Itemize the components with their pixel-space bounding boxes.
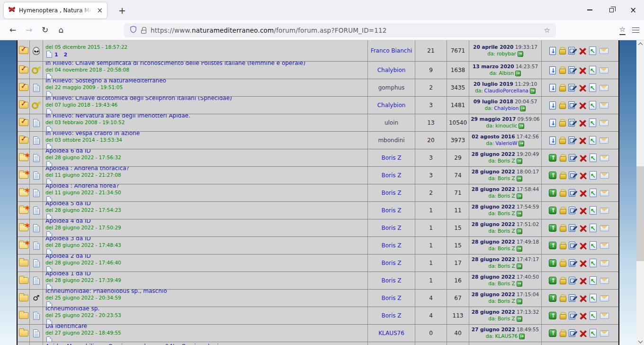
edit-topic-icon[interactable] bbox=[569, 172, 575, 179]
stick-topic-icon[interactable] bbox=[549, 154, 556, 162]
stick-topic-icon[interactable] bbox=[549, 172, 556, 179]
stick-topic-icon[interactable] bbox=[549, 189, 556, 197]
close-button[interactable]: × bbox=[622, 0, 644, 20]
edit-topic-icon[interactable] bbox=[568, 47, 575, 54]
last-post-author-link[interactable]: Boris Z bbox=[498, 281, 515, 287]
stick-topic-icon[interactable] bbox=[549, 329, 556, 337]
unstick-topic-icon[interactable] bbox=[549, 119, 556, 127]
edit-topic-icon[interactable] bbox=[569, 294, 575, 302]
relocate-topic-icon[interactable] bbox=[589, 118, 596, 127]
forward-button[interactable]: → bbox=[21, 22, 37, 38]
lock-topic-icon[interactable] bbox=[560, 329, 565, 337]
reload-button[interactable]: ↻ bbox=[37, 22, 53, 38]
delete-topic-icon[interactable]: × bbox=[579, 190, 586, 196]
goto-last-post-icon[interactable] bbox=[517, 176, 522, 182]
email-topic-icon[interactable] bbox=[600, 155, 609, 161]
lock-topic-icon[interactable] bbox=[559, 119, 565, 127]
goto-last-post-icon[interactable] bbox=[530, 88, 536, 94]
relocate-topic-icon[interactable] bbox=[589, 46, 596, 55]
delete-topic-icon[interactable]: × bbox=[578, 119, 586, 126]
delete-topic-icon[interactable]: × bbox=[579, 242, 586, 249]
delete-topic-icon[interactable]: × bbox=[579, 295, 586, 301]
edit-topic-icon[interactable] bbox=[568, 136, 575, 144]
edit-topic-icon[interactable] bbox=[569, 242, 575, 249]
relocate-topic-icon[interactable] bbox=[590, 294, 597, 302]
stick-topic-icon[interactable] bbox=[549, 207, 556, 214]
email-topic-icon[interactable] bbox=[600, 260, 609, 266]
relocate-topic-icon[interactable] bbox=[589, 66, 596, 74]
relocate-topic-icon[interactable] bbox=[590, 311, 597, 320]
topic-title-link[interactable]: Apoidea 6 da ID bbox=[45, 149, 91, 154]
relocate-topic-icon[interactable] bbox=[589, 83, 596, 92]
lock-topic-icon[interactable] bbox=[560, 224, 565, 232]
bookmark-star-icon[interactable]: ☆ bbox=[544, 26, 550, 35]
topic-author-link[interactable]: Boris Z bbox=[381, 295, 401, 301]
scroll-up-icon[interactable] bbox=[636, 40, 644, 47]
edit-topic-icon[interactable] bbox=[568, 84, 575, 91]
topic-title-link[interactable]: In Rilievo: Nervatura alare degli imenot… bbox=[45, 114, 190, 119]
delete-topic-icon[interactable]: × bbox=[579, 277, 586, 284]
topic-author-link[interactable]: uloin bbox=[385, 119, 398, 126]
last-post-author-link[interactable]: Boris Z bbox=[498, 228, 515, 235]
home-button[interactable]: ⌂ bbox=[53, 22, 69, 38]
topic-author-link[interactable]: Boris Z bbox=[381, 154, 401, 161]
browser-tab[interactable]: Hymenoptera , Natura Mediterr × bbox=[4, 2, 107, 18]
topic-author-link[interactable]: KLAUS76 bbox=[378, 330, 404, 336]
goto-last-post-icon[interactable] bbox=[519, 141, 524, 146]
new-tab-button[interactable]: + bbox=[115, 4, 129, 17]
topic-title-link[interactable]: In Rilievo: Chiave dicotomica degli Scel… bbox=[45, 97, 232, 101]
last-post-author-link[interactable]: Boris Z bbox=[498, 316, 515, 322]
email-topic-icon[interactable] bbox=[599, 67, 608, 73]
goto-last-post-icon[interactable] bbox=[517, 263, 522, 269]
goto-last-post-icon[interactable] bbox=[519, 123, 524, 129]
email-topic-icon[interactable] bbox=[600, 225, 609, 231]
edit-topic-icon[interactable] bbox=[569, 154, 575, 162]
topic-author-link[interactable]: gomphus bbox=[378, 84, 405, 91]
topic-author-link[interactable]: Chalybion bbox=[377, 67, 406, 73]
topic-author-link[interactable]: Boris Z bbox=[381, 207, 401, 214]
last-post-author-link[interactable]: KLAUS76 bbox=[495, 333, 518, 340]
topic-author-link[interactable]: Boris Z bbox=[381, 242, 401, 249]
topic-title-link[interactable]: Apoidea 1 da ID bbox=[45, 272, 91, 277]
relocate-topic-icon[interactable] bbox=[590, 224, 597, 232]
goto-last-post-icon[interactable] bbox=[517, 281, 522, 287]
stick-topic-icon[interactable] bbox=[549, 224, 556, 232]
delete-topic-icon[interactable]: × bbox=[579, 260, 586, 266]
topic-author-link[interactable]: Franco Bianchi bbox=[371, 47, 412, 54]
email-topic-icon[interactable] bbox=[600, 278, 609, 284]
topic-title-link[interactable]: In Rilievo: Sostegno a NaturaMediterrane… bbox=[45, 79, 166, 84]
last-post-author-link[interactable]: Boris Z bbox=[498, 193, 515, 200]
stick-topic-icon[interactable] bbox=[549, 312, 556, 319]
email-topic-icon[interactable] bbox=[600, 330, 609, 336]
topic-title-link[interactable]: Apoidea 2 da ID bbox=[45, 254, 91, 259]
email-topic-icon[interactable] bbox=[599, 120, 608, 126]
relocate-topic-icon[interactable] bbox=[590, 189, 597, 197]
lock-topic-icon[interactable] bbox=[560, 154, 565, 162]
vertical-scrollbar[interactable] bbox=[636, 40, 644, 345]
lock-topic-icon[interactable] bbox=[560, 189, 565, 197]
goto-last-post-icon[interactable] bbox=[517, 193, 522, 199]
edit-topic-icon[interactable] bbox=[568, 101, 575, 109]
tracking-protection-shield-icon[interactable] bbox=[130, 26, 137, 35]
relocate-topic-icon[interactable] bbox=[589, 136, 596, 145]
unstick-topic-icon[interactable] bbox=[549, 136, 556, 145]
goto-last-post-icon[interactable] bbox=[520, 106, 526, 111]
delete-topic-icon[interactable]: × bbox=[578, 137, 586, 144]
delete-topic-icon[interactable]: × bbox=[578, 84, 586, 91]
delete-topic-icon[interactable]: × bbox=[578, 67, 586, 73]
topic-title-link[interactable]: Da identificare bbox=[45, 325, 87, 329]
lock-topic-icon[interactable] bbox=[559, 101, 565, 109]
relocate-topic-icon[interactable] bbox=[590, 154, 597, 162]
lock-topic-icon[interactable] bbox=[559, 84, 565, 91]
topic-title-link[interactable]: Apoidea : Andrena florea? bbox=[45, 184, 119, 189]
topic-title-link[interactable]: In Rilievo: Chiave semplificata di ricon… bbox=[45, 62, 305, 66]
last-post-author-link[interactable]: Boris Z bbox=[498, 298, 515, 305]
last-post-author-link[interactable]: Boris Z bbox=[498, 175, 515, 182]
back-button[interactable]: ← bbox=[5, 22, 21, 38]
edit-topic-icon[interactable] bbox=[568, 119, 575, 127]
delete-topic-icon[interactable]: × bbox=[579, 312, 586, 319]
email-topic-icon[interactable] bbox=[600, 295, 609, 301]
relocate-topic-icon[interactable] bbox=[590, 241, 597, 250]
last-post-author-link[interactable]: Chalybion bbox=[494, 105, 519, 112]
topic-author-link[interactable]: Boris Z bbox=[381, 190, 401, 196]
